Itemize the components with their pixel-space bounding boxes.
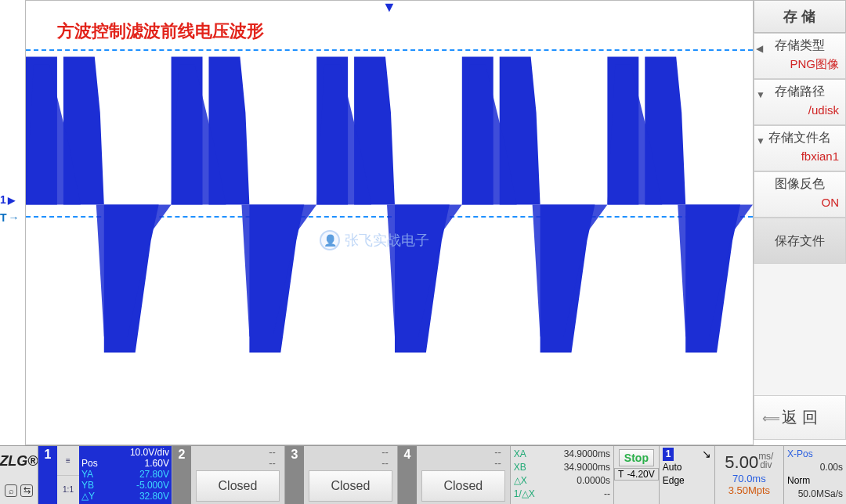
trigger-level-value: -4.20V <box>627 469 654 480</box>
trigger-marker: T <box>0 211 20 224</box>
coupling-icon[interactable]: ≡ <box>57 446 79 476</box>
menu-storage-filename[interactable]: ▼ 存储文件名 fbxian1 <box>754 125 846 171</box>
ch3-badge: 3 <box>285 446 304 504</box>
ch4-badge: 4 <box>398 446 417 504</box>
trigger-level-label: T <box>618 469 624 480</box>
trigger-mode: Auto <box>663 461 682 474</box>
ch1-panel[interactable]: 1 ≡ 1:1 10.0V/div Pos1.60V YA27.80V YB-5… <box>38 446 172 504</box>
menu-save-file[interactable]: 保存文件 <box>754 218 846 264</box>
back-arrow-icon: ⟸ <box>762 410 780 425</box>
xpos-panel[interactable]: X-Pos 0.00s Norm 50.0MSa/s <box>783 446 846 504</box>
cursor-measurements: XA34.9000ms XB34.9000ms △X0.0000s 1/△X-- <box>510 446 613 504</box>
menu-image-invert[interactable]: 图像反色 ON <box>754 171 846 218</box>
ch3-closed: Closed <box>309 470 392 502</box>
run-state[interactable]: Stop <box>619 449 654 466</box>
ch2-closed: Closed <box>196 470 280 502</box>
menu-storage-path[interactable]: ▼ 存储路径 /udisk <box>754 79 846 125</box>
vendor-logo: ZLG® <box>0 453 38 470</box>
side-menu: 存 储 ◀ 存储类型 PNG图像 ▼ 存储路径 /udisk ▼ 存储文件名 f… <box>754 0 846 440</box>
ch2-panel[interactable]: 2 -- -- Closed <box>172 446 284 504</box>
probe-ratio[interactable]: 1:1 <box>57 476 79 505</box>
status-bar: ZLG® ⌕ ⇆ 1 ≡ 1:1 10.0V/div Pos1.60V YA27… <box>0 445 846 504</box>
waveform-trace <box>26 1 753 445</box>
ch4-panel[interactable]: 4 -- -- Closed <box>397 446 510 504</box>
ch4-closed: Closed <box>421 470 505 502</box>
trigger-panel[interactable]: 1↘ Auto Edge <box>659 446 714 504</box>
menu-storage-type[interactable]: ◀ 存储类型 PNG图像 <box>754 33 846 79</box>
chevron-down-icon: ▼ <box>756 135 765 146</box>
watermark-icon: 👤 <box>320 230 340 250</box>
run-stop-panel[interactable]: Stop T-4.20V <box>613 446 659 504</box>
chevron-left-icon: ◀ <box>756 43 763 54</box>
ch1-badge: 1 <box>38 446 57 504</box>
timebase-panel[interactable]: 5.00ms/div 70.0ms 3.50Mpts <box>714 446 783 504</box>
ch3-panel[interactable]: 3 -- -- Closed <box>284 446 397 504</box>
menu-header: 存 储 <box>754 0 846 33</box>
trigger-source-badge: 1 <box>663 448 674 461</box>
menu-spacer <box>754 264 846 395</box>
search-icon[interactable]: ⌕ <box>5 484 17 497</box>
watermark: 👤 张飞实战电子 <box>320 230 429 250</box>
ch2-badge: 2 <box>172 446 191 504</box>
trigger-slope-icon: ↘ <box>702 448 711 461</box>
swap-icon[interactable]: ⇆ <box>20 484 33 497</box>
waveform-display[interactable]: 方波控制滤波前线电压波形 👤 张飞实战电子 <box>25 0 754 445</box>
trigger-type: Edge <box>663 474 685 488</box>
ch1-marker: 1 <box>0 193 15 206</box>
chevron-down-icon: ▼ <box>756 89 765 100</box>
menu-return[interactable]: ⟸ 返 回 <box>754 395 846 440</box>
